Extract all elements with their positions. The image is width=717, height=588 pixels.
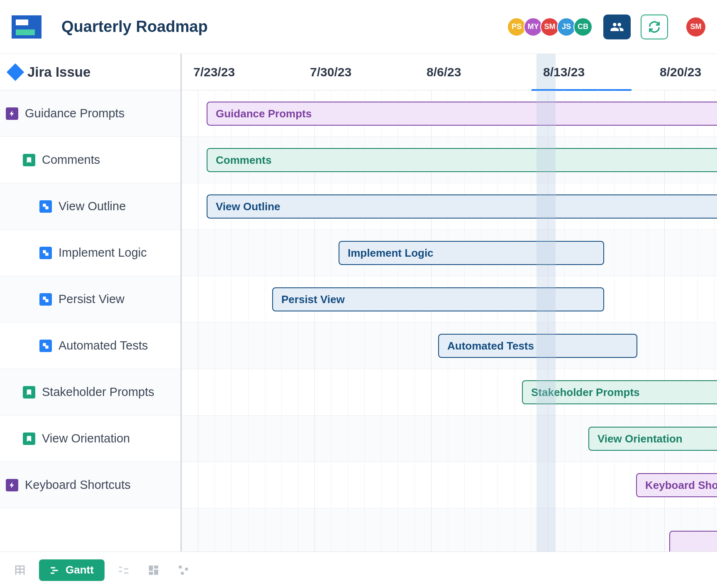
story-icon xyxy=(23,432,35,445)
gantt-bar[interactable]: Stakeholder Prompts xyxy=(522,380,717,404)
gantt-bar[interactable]: View Orientation xyxy=(588,427,717,451)
sidebar-item-label: Persist View xyxy=(59,292,124,306)
collaborators: PSMYSMJSCB xyxy=(510,17,593,36)
timeline: 7/23/237/30/238/6/238/13/238/20/23 Guida… xyxy=(182,54,717,552)
sidebar-item-label: Comments xyxy=(42,153,100,167)
timeline-row: View Outline xyxy=(182,183,717,230)
header: Quarterly Roadmap PSMYSMJSCB SM xyxy=(0,0,717,54)
collaborator-avatar[interactable]: CB xyxy=(573,17,593,36)
story-icon xyxy=(23,154,35,166)
timeline-row: Persist View xyxy=(182,276,717,323)
subtask-icon xyxy=(39,340,52,352)
refresh-icon xyxy=(648,21,661,33)
timeline-row: View Orientation xyxy=(182,415,717,462)
gantt-icon xyxy=(50,565,61,576)
sidebar-header[interactable]: Jira Issue xyxy=(0,54,180,90)
gantt-bar[interactable] xyxy=(669,531,717,552)
sidebar-item[interactable]: Automated Tests xyxy=(0,323,180,369)
sidebar-item-label: Automated Tests xyxy=(59,339,148,352)
svg-point-0 xyxy=(179,565,182,569)
timeline-row: Guidance Prompts xyxy=(182,90,717,137)
subtask-icon xyxy=(39,293,52,306)
sidebar-item-label: Implement Logic xyxy=(59,246,147,260)
list-icon xyxy=(117,564,130,576)
sidebar-item[interactable]: View Orientation xyxy=(0,415,180,462)
svg-point-1 xyxy=(185,567,188,571)
epic-icon xyxy=(6,479,18,491)
sidebar-item-label: View Orientation xyxy=(42,432,130,445)
gantt-bar[interactable]: Automated Tests xyxy=(438,334,637,358)
jira-icon xyxy=(7,63,24,80)
refresh-button[interactable] xyxy=(641,15,668,39)
sidebar-item[interactable]: Comments xyxy=(0,137,180,183)
gantt-bar[interactable]: Keyboard Shortcuts xyxy=(636,473,717,497)
timeline-header: 7/23/237/30/238/6/238/13/238/20/23 xyxy=(182,54,717,90)
share-button[interactable] xyxy=(603,15,631,39)
gantt-label: Gantt xyxy=(66,564,94,576)
board-icon xyxy=(147,564,160,576)
user-avatar[interactable]: SM xyxy=(686,17,705,36)
sidebar-header-label: Jira Issue xyxy=(27,64,90,80)
sidebar-item[interactable]: View Outline xyxy=(0,183,180,230)
sidebar-item-label: Stakeholder Prompts xyxy=(42,385,154,399)
epic-icon xyxy=(6,107,18,120)
list-view-button[interactable] xyxy=(113,559,134,581)
date-column[interactable]: 8/20/23 xyxy=(648,54,717,90)
table-icon xyxy=(14,564,26,576)
table-view-button[interactable] xyxy=(9,559,31,581)
timeline-row: Stakeholder Prompts xyxy=(182,369,717,415)
people-icon xyxy=(610,20,624,34)
timeline-row: Comments xyxy=(182,137,717,183)
app-logo xyxy=(12,15,41,39)
sidebar-item[interactable]: Keyboard Shortcuts xyxy=(0,462,180,508)
date-column[interactable]: 8/13/23 xyxy=(532,54,648,90)
timeline-row xyxy=(182,508,717,552)
sidebar-item[interactable]: Guidance Prompts xyxy=(0,90,180,137)
footer-toolbar: Gantt xyxy=(0,552,717,588)
gantt-bar[interactable]: Implement Logic xyxy=(339,241,604,265)
gantt-view-button[interactable]: Gantt xyxy=(39,559,105,581)
graph-icon xyxy=(177,564,190,576)
svg-point-2 xyxy=(181,571,184,575)
date-column[interactable]: 8/6/23 xyxy=(415,54,532,90)
gantt-bar[interactable]: Guidance Prompts xyxy=(207,102,717,126)
timeline-row: Automated Tests xyxy=(182,323,717,369)
timeline-row: Keyboard Shortcuts xyxy=(182,462,717,508)
gantt-bar[interactable]: View Outline xyxy=(207,194,717,219)
sidebar: Jira Issue Guidance PromptsCommentsView … xyxy=(0,54,182,552)
subtask-icon xyxy=(39,247,52,259)
gantt-bar[interactable]: Comments xyxy=(207,148,717,172)
sidebar-item[interactable]: Stakeholder Prompts xyxy=(0,369,180,415)
board-view-button[interactable] xyxy=(143,559,164,581)
gantt-bar[interactable]: Persist View xyxy=(272,287,604,311)
date-column[interactable]: 7/23/23 xyxy=(182,54,298,90)
sidebar-item-label: Guidance Prompts xyxy=(25,107,124,120)
sidebar-item-label: View Outline xyxy=(59,199,126,213)
subtask-icon xyxy=(39,200,52,213)
sidebar-item-label: Keyboard Shortcuts xyxy=(25,478,131,492)
date-column[interactable]: 7/30/23 xyxy=(298,54,415,90)
sidebar-item[interactable]: Implement Logic xyxy=(0,230,180,276)
story-icon xyxy=(23,386,35,398)
sidebar-item[interactable]: Persist View xyxy=(0,276,180,323)
timeline-row: Implement Logic xyxy=(182,230,717,276)
graph-view-button[interactable] xyxy=(173,559,194,581)
page-title: Quarterly Roadmap xyxy=(61,18,510,36)
